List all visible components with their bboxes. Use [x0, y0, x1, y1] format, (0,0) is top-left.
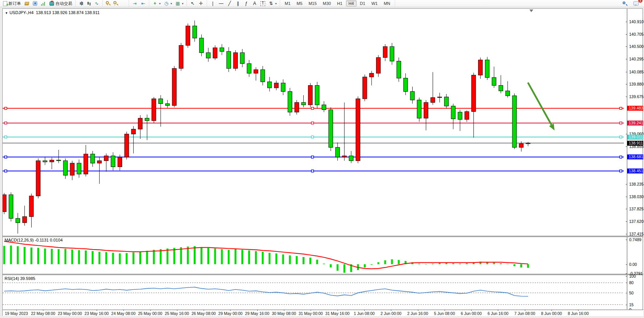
timeframe-group: M1M5M15M30H1H4D1W1MN: [280, 0, 395, 7]
candle-bear: [268, 82, 272, 88]
text-tool-button[interactable]: A: [250, 0, 259, 7]
symbol-period: USDJPY-,H4: [10, 10, 33, 15]
time-axis[interactable]: 19 May 202322 May 08:0023 May 00:0023 Ma…: [3, 310, 643, 316]
hline-handle[interactable]: [5, 170, 7, 172]
candle-bull: [254, 70, 258, 73]
hline-handle[interactable]: [5, 122, 7, 124]
time-label: 1 Jun 08:00: [354, 311, 375, 316]
horizontal-line-tool-button[interactable]: —: [217, 0, 225, 7]
price-tick: 140.705: [627, 32, 644, 37]
auto-scroll-button[interactable]: ⇥: [131, 0, 139, 7]
chart-shift-button[interactable]: ⇤: [139, 0, 147, 7]
pane-separator[interactable]: [3, 274, 643, 275]
one-click-trading-toggle[interactable]: ▼: [5, 11, 8, 15]
rsi-pane[interactable]: [3, 275, 627, 310]
candle-bear: [397, 61, 401, 78]
timeframe-h4[interactable]: H4: [346, 0, 357, 6]
timeframe-d1[interactable]: D1: [357, 0, 368, 6]
candle-bull: [370, 73, 374, 77]
timeframe-mn[interactable]: MN: [381, 0, 393, 6]
price-tick: 139.880: [627, 82, 644, 86]
hline-handle[interactable]: [5, 136, 7, 138]
trendline-tool-button[interactable]: ╱: [225, 0, 234, 7]
timeframe-m30[interactable]: M30: [320, 0, 333, 6]
vertical-line-tool-button[interactable]: |: [209, 0, 217, 7]
autotrading-button[interactable]: 自动交易: [48, 0, 74, 7]
timeframe-m1[interactable]: M1: [282, 0, 293, 6]
hline-handle[interactable]: [620, 107, 622, 110]
hline-handle[interactable]: [620, 122, 622, 124]
candle-bull: [465, 111, 469, 119]
chat-button[interactable]: 1: [632, 0, 640, 7]
time-tick: [471, 310, 472, 311]
hline-handle[interactable]: [620, 156, 622, 158]
chart-window[interactable]: ▼USDJPY-,H4 138.913 138.926 138.874 138.…: [2, 8, 643, 316]
hline-handle[interactable]: [311, 122, 314, 124]
fibonacci-icon: ƒ: [244, 1, 249, 6]
price-tick: 140.085: [627, 70, 644, 74]
timeframe-m15[interactable]: M15: [306, 0, 319, 6]
autotrading-icon: [49, 2, 54, 6]
vertical-line-icon: |: [210, 1, 215, 6]
candle-bear: [166, 103, 170, 105]
candle-bull: [84, 154, 88, 174]
hline-handle[interactable]: [311, 136, 314, 138]
down-arrow-annotation[interactable]: [528, 83, 552, 125]
templates-button[interactable]: ▦▾: [174, 0, 185, 7]
main-price-pane[interactable]: [3, 9, 627, 236]
signals-button[interactable]: [39, 0, 48, 7]
zoom-out-button[interactable]: -: [112, 0, 120, 7]
candlestick-chart-button[interactable]: [86, 0, 92, 7]
bar-chart-button[interactable]: [77, 0, 86, 7]
hline-handle[interactable]: [311, 170, 314, 172]
label-tool-button[interactable]: T: [259, 0, 267, 7]
arrows-tool-button[interactable]: ⇅▾: [267, 0, 278, 7]
hline-handle[interactable]: [311, 107, 314, 110]
price-axis[interactable]: 140.910140.705140.500140.295140.085139.8…: [627, 9, 643, 309]
metaeditor-button[interactable]: [22, 0, 31, 7]
timeframe-m5[interactable]: M5: [294, 0, 305, 6]
pane-separator[interactable]: [3, 236, 643, 237]
crosshair-tool-button[interactable]: ✛: [197, 0, 205, 7]
time-tick: [97, 310, 97, 311]
time-label: 24 May 08:00: [111, 311, 135, 316]
channel-tool-button[interactable]: ∥: [234, 0, 242, 7]
rsi-tick: 50: [627, 291, 634, 295]
timeframe-h1[interactable]: H1: [334, 0, 345, 6]
tile-windows-button[interactable]: [120, 0, 127, 7]
time-label: 23 May 16:00: [84, 311, 109, 316]
time-tick: [70, 310, 70, 311]
add-indicator-button[interactable]: +▾: [151, 0, 162, 7]
candle-bull: [438, 97, 442, 98]
new-order-button[interactable]: 新订单: [2, 0, 22, 7]
zoom-in-button[interactable]: +: [104, 0, 112, 7]
time-tick: [230, 310, 231, 311]
tile-windows-icon: [121, 2, 126, 6]
search-button[interactable]: [621, 0, 629, 7]
candle-bull: [431, 98, 435, 103]
time-tick: [150, 310, 151, 311]
candle-bull: [172, 68, 176, 105]
time-label: 2 Jun 00:00: [381, 311, 402, 316]
timeframe-w1[interactable]: W1: [369, 0, 381, 6]
periods-button[interactable]: ◷▾: [162, 0, 174, 7]
fibonacci-tool-button[interactable]: ƒ: [242, 0, 250, 7]
candle-bear: [220, 48, 224, 52]
hline-handle[interactable]: [5, 156, 7, 158]
cursor-tool-button[interactable]: ↖: [188, 0, 197, 7]
candle-bear: [9, 195, 13, 218]
candle-bull: [213, 48, 217, 58]
candle-bull: [186, 26, 190, 45]
line-chart-button[interactable]: ∿: [92, 0, 101, 7]
candle-bear: [247, 64, 251, 73]
hline-handle[interactable]: [5, 107, 7, 110]
hline-price-flag: 139.241: [627, 121, 643, 126]
community-button[interactable]: [31, 0, 39, 7]
macd-pane[interactable]: [3, 237, 627, 274]
hline-price-flag: 138.451: [627, 169, 643, 173]
hline-handle[interactable]: [311, 156, 314, 158]
hline-handle[interactable]: [620, 136, 622, 138]
hline-handle[interactable]: [620, 170, 622, 172]
candle-bear: [145, 118, 149, 121]
chart-shift-marker[interactable]: [529, 10, 533, 12]
